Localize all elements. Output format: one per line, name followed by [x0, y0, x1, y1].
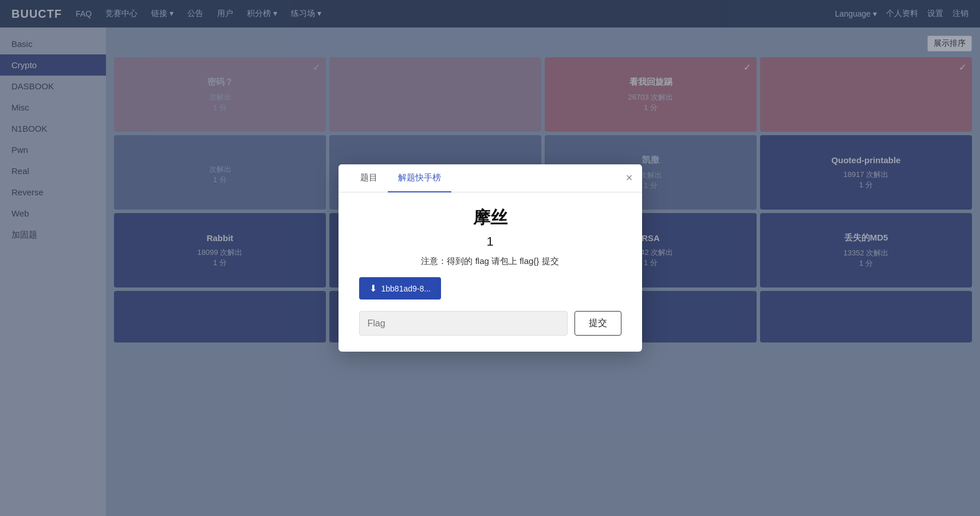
download-label: 1bb81ad9-8... — [381, 284, 431, 293]
tab-leaderboard[interactable]: 解题快手榜 — [388, 164, 451, 192]
problem-points: 1 — [359, 234, 621, 249]
modal-body: 摩丝 1 注意：得到的 flag 请包上 flag{} 提交 ⬇ 1bb81ad… — [339, 192, 642, 352]
download-button[interactable]: ⬇ 1bb81ad9-8... — [359, 277, 441, 300]
download-icon: ⬇ — [369, 283, 377, 294]
close-button[interactable]: × — [626, 171, 633, 184]
modal-tabs: 题目 解题快手榜 × — [339, 164, 642, 192]
problem-title: 摩丝 — [359, 206, 621, 230]
modal: 题目 解题快手榜 × 摩丝 1 注意：得到的 flag 请包上 flag{} 提… — [339, 164, 642, 352]
tab-problem[interactable]: 题目 — [350, 164, 388, 192]
submit-button[interactable]: 提交 — [574, 311, 621, 336]
submit-row: 提交 — [359, 311, 621, 336]
problem-notice: 注意：得到的 flag 请包上 flag{} 提交 — [359, 256, 621, 267]
modal-overlay[interactable]: 题目 解题快手榜 × 摩丝 1 注意：得到的 flag 请包上 flag{} 提… — [0, 0, 980, 516]
flag-input[interactable] — [359, 311, 568, 336]
